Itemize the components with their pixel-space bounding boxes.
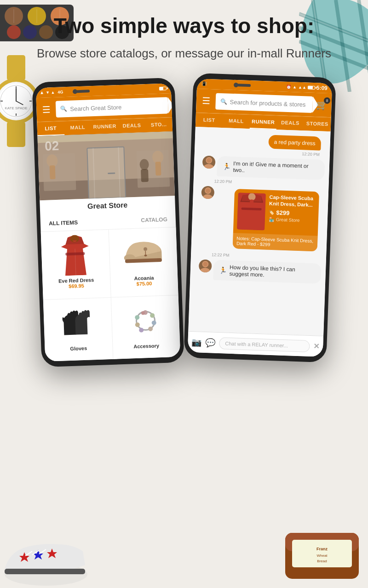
product-card-info: Cap-Sleeve Scuba Knit Dress, Dark... 🏷️ … [268, 194, 316, 232]
search-bar-2[interactable]: 🔍 Search for products & stores [215, 93, 313, 113]
runner-run-icon-2: 🏃 [219, 266, 227, 274]
status-time: 5:09 [316, 85, 328, 91]
product-cell-1[interactable]: Acoania $75.00 [109, 227, 178, 297]
svg-point-70 [151, 320, 156, 325]
message-icon[interactable]: 💬 [205, 338, 216, 348]
phone-2-speaker [237, 84, 251, 87]
phone-1-screen: ▼ ▲ 4G ☰ 🔍 Search Great S [36, 83, 181, 362]
all-items-tab[interactable]: ALL ITEMS [45, 217, 82, 229]
store-interior-svg: 02 [37, 131, 175, 200]
product-cell-0[interactable]: Eve Red Dress $69.95 [41, 230, 111, 300]
runner-avatar-2 [201, 186, 214, 199]
hamburger-menu-2[interactable]: ☰ [200, 93, 212, 108]
search-bar-1[interactable]: 🔍 Search Great Store [56, 97, 168, 117]
search-text-2: Search for products & stores [230, 98, 306, 108]
product-card-notes: Notes: Cap-Sleeve Scuba Knit Dress, Dark… [233, 233, 318, 251]
product-card-name: Cap-Sleeve Scuba Knit Dress, Dark... [269, 194, 316, 209]
user-message: a red party dress [268, 135, 321, 151]
runner-time: 12:20 PM [214, 179, 324, 187]
tab-runner-1[interactable]: RUNNER [91, 119, 119, 134]
runner-run-icon: 🏃 [223, 163, 231, 170]
signal-icon: ▲▲ [298, 85, 306, 90]
product-card-store: 🏪 Great Store [269, 216, 315, 223]
signal-indicator [40, 91, 43, 94]
cart-icon[interactable]: 🛒 8 [316, 99, 328, 111]
search-icon-1: 🔍 [60, 106, 67, 113]
tab-deals-2[interactable]: DEALS [276, 116, 304, 130]
status-right [159, 86, 167, 90]
tab-mall-1[interactable]: MALL [64, 120, 92, 135]
battery-icon [159, 86, 167, 90]
main-subtitle: Browse store catalogs, or message our in… [28, 45, 340, 62]
product-price-0: $69.95 [69, 283, 84, 289]
main-title: Two simple ways to shop: [28, 14, 340, 38]
svg-rect-83 [250, 199, 253, 205]
vibrate-icon: 📳 [201, 81, 207, 86]
product-card-message[interactable]: Cap-Sleeve Scuba Knit Dress, Dark... 🏷️ … [233, 189, 319, 251]
tab-mall-2[interactable]: MALL [223, 114, 250, 129]
svg-rect-47 [108, 172, 115, 174]
product-price-1: $75.00 [136, 281, 152, 287]
product-image-2 [47, 301, 109, 345]
hamburger-menu-1[interactable]: ☰ [40, 102, 52, 117]
tab-list-1[interactable]: LIST [37, 121, 64, 136]
shoe-icon [122, 238, 164, 267]
store-image: 02 [37, 131, 175, 200]
runner-bubble: 🏃 I'm on it! Give me a moment or two.. [217, 156, 325, 180]
product-image-1 [112, 231, 174, 274]
carrier: ▼ ▲ [46, 90, 55, 95]
status-right-2: ⏰ ▲ ▲▲ 5:09 [286, 84, 328, 91]
runner-avatar-3 [199, 259, 212, 272]
product-card-price: 🏷️ $299 [269, 209, 315, 217]
followup-bubble: 🏃 How do you like this? I can suggest mo… [213, 260, 321, 284]
tab-deals-1[interactable]: DEALS [118, 119, 146, 133]
store-icon: 🏪 [269, 216, 274, 221]
tab-stores-2[interactable]: STORES [304, 117, 331, 131]
product-image-3 [115, 299, 176, 342]
gloves-icon [59, 309, 97, 338]
product-card-container: Cap-Sleeve Scuba Knit Dress, Dark... 🏷️ … [196, 186, 324, 253]
chat-area: a red party dress 12:20 PM [188, 127, 330, 336]
phone-2: 📳 ⏰ ▲ ▲▲ 5:09 ☰ [184, 73, 336, 362]
product-cell-3[interactable]: Accessory [111, 295, 180, 359]
products-grid: Eve Red Dress $69.95 [41, 227, 181, 362]
svg-rect-51 [50, 165, 56, 179]
search-text-1: Search Great Store [70, 103, 121, 112]
runner-message: I'm on it! Give me a moment or two.. [233, 160, 319, 176]
chat-placeholder: Chat with a RELAY runner... [225, 340, 288, 348]
followup-container: 🏃 How do you like this? I can suggest mo… [195, 259, 321, 284]
catalog-tab[interactable]: CATALOG [137, 214, 171, 226]
battery-icon-2 [308, 85, 315, 90]
runner-avatar [202, 156, 216, 169]
followup-message: How do you like this? I can suggest more… [229, 264, 316, 280]
product-image-0 [45, 233, 106, 277]
tab-list-2[interactable]: LIST [196, 113, 223, 128]
close-chat-button[interactable]: ✕ [313, 342, 320, 351]
svg-text:02: 02 [45, 139, 59, 153]
phone-1-speaker [76, 90, 90, 93]
tab-runner-2[interactable]: RUNNER [249, 115, 277, 130]
svg-rect-53 [155, 162, 161, 175]
camera-icon[interactable]: 📷 [191, 337, 202, 347]
phone-1: ▼ ▲ 4G ☰ 🔍 Search Great S [32, 78, 184, 367]
followup-right: 🏃 How do you like this? I can suggest mo… [213, 260, 321, 284]
alarm-icon: ⏰ [286, 85, 291, 89]
dress-icon [58, 234, 92, 276]
price-tag-icon: 🏷️ [269, 209, 274, 215]
runner-response-container: 🏃 I'm on it! Give me a moment or two.. [198, 155, 325, 180]
product-name-2: Gloves [70, 345, 87, 351]
svg-rect-58 [141, 169, 149, 182]
product-card-inner: Cap-Sleeve Scuba Knit Dress, Dark... 🏷️ … [233, 189, 319, 236]
svg-point-74 [135, 315, 139, 319]
product-name-3: Accessory [133, 343, 159, 349]
product-time: 12:22 PM [212, 252, 322, 260]
header-section: Two simple ways to shop: Browse store ca… [0, 0, 368, 71]
product-cell-2[interactable]: Gloves [43, 297, 113, 362]
chat-input-field[interactable]: Chat with a RELAY runner... [219, 337, 310, 352]
phones-container: ▼ ▲ 4G ☰ 🔍 Search Great S [0, 80, 368, 365]
cart-badge: 8 [324, 97, 330, 104]
product-card-img [237, 192, 266, 230]
tab-stores-1[interactable]: STO... [145, 118, 172, 132]
phone-2-screen: 📳 ⏰ ▲ ▲▲ 5:09 ☰ [188, 79, 333, 357]
chat-input-bar: 📷 💬 Chat with a RELAY runner... ✕ [188, 331, 323, 357]
